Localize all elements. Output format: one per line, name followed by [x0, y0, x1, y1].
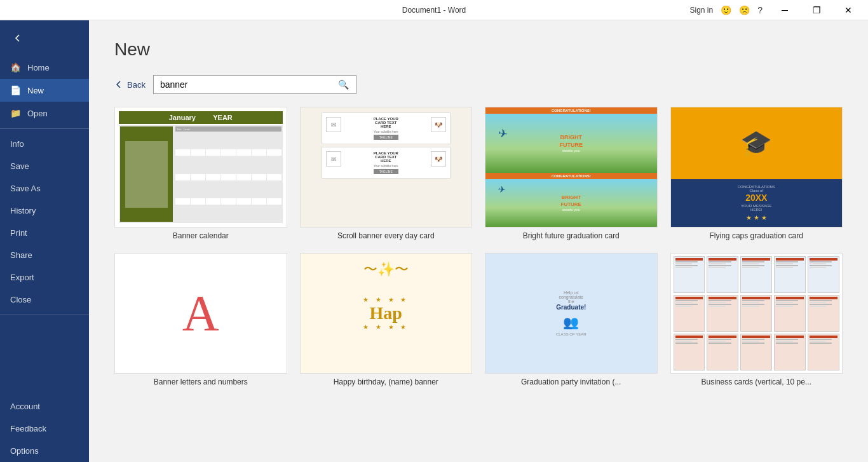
- sidebar-item-new[interactable]: 📄 New: [0, 79, 89, 102]
- templates-grid: January YEAR Title Level: [114, 107, 843, 386]
- back-label: Back: [127, 80, 146, 90]
- sidebar: 🏠 Home 📄 New 📁 Open Info Save Save As Hi…: [0, 20, 89, 462]
- smiley-icon: 🙂: [721, 5, 731, 15]
- template-label-grad-party: Graduation party invitation (...: [521, 377, 621, 386]
- calendar-preview: January YEAR Title Level: [115, 107, 287, 227]
- back-arrow-search-icon: [114, 80, 123, 89]
- sidebar-bottom: Account Feedback Options: [0, 395, 89, 462]
- open-folder-icon: 📁: [10, 108, 21, 118]
- sidebar-new-label: New: [27, 86, 44, 95]
- window-controls: ─ ❐ ✕: [770, 0, 863, 20]
- search-bar: Back 🔍: [114, 75, 843, 94]
- template-thumb-happy-birthday: 〜✨〜 ★ ★ ★ ★ Hap ★ ★ ★ ★: [300, 253, 473, 374]
- sidebar-item-open[interactable]: 📁 Open: [0, 102, 89, 125]
- template-item-banner-calendar[interactable]: January YEAR Title Level: [114, 107, 287, 240]
- home-icon: 🏠: [10, 62, 21, 72]
- back-arrow-icon: [13, 33, 23, 43]
- titlebar-right: Sign in 🙂 🙁 ? ─ ❐ ✕: [690, 0, 864, 20]
- minimize-button[interactable]: ─: [770, 0, 799, 20]
- template-item-happy-birthday[interactable]: 〜✨〜 ★ ★ ★ ★ Hap ★ ★ ★ ★ Happy birthday, …: [300, 253, 473, 386]
- sidebar-home-label: Home: [27, 63, 50, 72]
- sidebar-open-label: Open: [27, 109, 48, 118]
- sidebar-item-close[interactable]: Close: [0, 289, 89, 311]
- close-button[interactable]: ✕: [834, 0, 863, 20]
- template-thumb-biz-cards: [670, 253, 843, 374]
- sidebar-item-info[interactable]: Info: [0, 133, 89, 155]
- titlebar: Document1 - Word Sign in 🙂 🙁 ? ─ ❐ ✕: [0, 0, 868, 20]
- search-input[interactable]: [154, 76, 332, 93]
- template-item-flying-caps[interactable]: 🎓 CONGRATULATIONS Class of 20XX YOUR MES…: [670, 107, 843, 240]
- template-item-scroll-banner[interactable]: ✉ PLACE YOUR CARD TEXT HERE Your subtitl…: [300, 107, 473, 240]
- app-body: 🏠 Home 📄 New 📁 Open Info Save Save As Hi…: [0, 20, 868, 462]
- template-label-scroll-banner: Scroll banner every day card: [337, 231, 435, 240]
- template-label-banner-calendar: Banner calendar: [173, 231, 229, 240]
- template-label-happy-birthday: Happy birthday, (name) banner: [334, 377, 438, 386]
- template-thumb-scroll-banner: ✉ PLACE YOUR CARD TEXT HERE Your subtitl…: [300, 107, 473, 228]
- template-item-grad-party[interactable]: Help us congratulate the Graduate! 👥 CLA…: [485, 253, 658, 386]
- template-thumb-grad-party: Help us congratulate the Graduate! 👥 CLA…: [485, 253, 658, 374]
- template-thumb-banner-letters: A: [114, 253, 287, 374]
- sidebar-divider-bottom: [0, 315, 89, 315]
- template-thumb-flying-caps: 🎓 CONGRATULATIONS Class of 20XX YOUR MES…: [670, 107, 843, 228]
- template-label-bright-future: Bright future graduation card: [523, 231, 620, 240]
- help-icon[interactable]: ?: [757, 5, 763, 15]
- sidebar-back-button[interactable]: [5, 25, 31, 51]
- sidebar-item-save[interactable]: Save: [0, 155, 89, 177]
- template-thumb-bright-future: CONGRATULATIONS! ✈ BRIGHTFUTURE awaits y…: [485, 107, 658, 228]
- template-label-banner-letters: Banner letters and numbers: [154, 377, 248, 386]
- back-button[interactable]: Back: [114, 80, 146, 90]
- sidebar-item-export[interactable]: Export: [0, 266, 89, 289]
- template-item-biz-cards[interactable]: Business cards (vertical, 10 pe...: [670, 253, 843, 386]
- template-thumb-banner-calendar: January YEAR Title Level: [114, 107, 287, 228]
- search-input-wrap: 🔍: [153, 75, 356, 94]
- sidebar-item-print[interactable]: Print: [0, 222, 89, 244]
- restore-button[interactable]: ❐: [802, 0, 831, 20]
- sidebar-item-home[interactable]: 🏠 Home: [0, 56, 89, 79]
- sidebar-item-save-as[interactable]: Save As: [0, 177, 89, 200]
- frown-icon: 🙁: [739, 5, 750, 15]
- search-button[interactable]: 🔍: [332, 76, 355, 93]
- main-content: New Back 🔍 January YEAR: [89, 20, 868, 462]
- page-title: New: [114, 39, 843, 60]
- search-icon: 🔍: [338, 79, 349, 90]
- template-label-flying-caps: Flying caps graduation card: [710, 231, 803, 240]
- sidebar-item-history[interactable]: History: [0, 200, 89, 222]
- sidebar-item-share[interactable]: Share: [0, 244, 89, 266]
- sidebar-item-options[interactable]: Options: [0, 440, 89, 462]
- template-label-biz-cards: Business cards (vertical, 10 pe...: [702, 377, 811, 386]
- template-item-banner-letters[interactable]: A Banner letters and numbers: [114, 253, 287, 386]
- template-item-bright-future[interactable]: CONGRATULATIONS! ✈ BRIGHTFUTURE awaits y…: [485, 107, 658, 240]
- sign-in-link[interactable]: Sign in: [690, 6, 714, 15]
- new-doc-icon: 📄: [10, 85, 21, 95]
- sidebar-item-account[interactable]: Account: [0, 395, 89, 418]
- sidebar-item-feedback[interactable]: Feedback: [0, 418, 89, 440]
- sidebar-divider-top: [0, 128, 89, 129]
- titlebar-title: Document1 - Word: [402, 6, 466, 15]
